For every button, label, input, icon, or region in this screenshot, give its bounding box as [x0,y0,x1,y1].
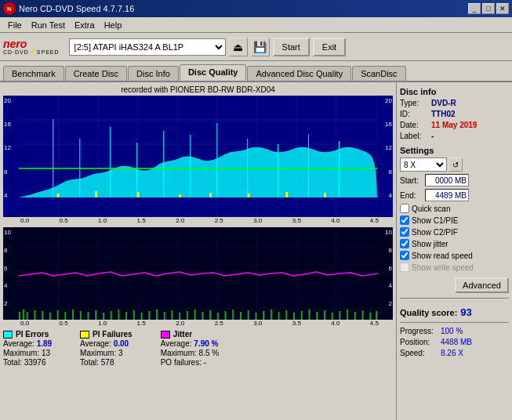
disc-info-title: Disc info [400,87,509,96]
jitter-block: Jitter Average: 7.90 % Maximum: 8.5 % PO… [161,330,219,367]
start-label: Start: [400,176,422,185]
show-write-speed-checkbox[interactable] [400,262,409,272]
show-c1-pie-checkbox[interactable] [400,215,409,225]
show-read-speed-checkbox[interactable] [400,251,409,260]
drive-combo[interactable]: [2:5] ATAPI iHAS324 A BL1P [69,38,226,56]
pi-errors-avg-row: Average: 1.89 [3,339,52,348]
eject-button[interactable]: ⏏ [229,38,248,56]
jitter-header: Jitter [161,330,219,339]
speed-combo[interactable]: 8 X [400,158,447,172]
bottom-chart-wrapper: 10 8 6 4 2 10 8 6 4 2 [3,226,393,327]
menu-bar: File Run Test Extra Help [0,17,512,33]
pi-errors-max-val: 13 [42,349,50,357]
svg-rect-82 [271,310,272,320]
svg-rect-85 [293,313,295,320]
menu-run-test[interactable]: Run Test [27,19,70,31]
pi-failures-avg-val: 0.00 [114,339,129,348]
svg-rect-87 [308,310,310,320]
save-button[interactable]: 💾 [251,38,270,56]
jitter-label: Jitter [173,330,192,339]
show-jitter-checkbox[interactable] [400,239,409,248]
disc-date-row: Date: 11 May 2019 [400,121,509,129]
svg-rect-67 [156,310,158,320]
svg-rect-61 [111,311,112,320]
bottom-chart: 10 8 6 4 2 10 8 6 4 2 [3,227,393,320]
show-read-speed-label: Show read speed [412,252,473,260]
jitter-avg-row: Average: 7.90 % [161,339,219,348]
settings-title: Settings [400,146,509,155]
show-jitter-label: Show jitter [412,240,448,248]
jitter-avg-val: 7.90 % [194,339,218,348]
pi-errors-header: PI Errors [3,330,52,339]
pi-errors-color [3,331,13,339]
pi-failures-header: PI Failures [80,330,133,339]
tab-disc-quality[interactable]: Disc Quality [180,64,247,81]
nero-logo: nero CD·DVD⚡SPEED [3,38,60,55]
svg-rect-60 [103,313,104,320]
quality-score-label: Quality score: [400,308,457,317]
start-input[interactable] [425,174,469,186]
start-button[interactable]: Start [273,38,310,56]
y-bot-6: 6 [4,265,18,272]
y-bot-right-6: 6 [378,265,392,272]
tab-advanced-disc-quality[interactable]: Advanced Disc Quality [247,66,351,81]
disc-type-label: Type: [400,99,430,107]
y-top-4: 4 [4,192,18,199]
y-top-right-8: 8 [378,168,392,176]
menu-extra[interactable]: Extra [70,19,100,31]
stats-row: PI Errors Average: 1.89 Maximum: 13 Tota… [3,330,393,367]
pi-errors-block: PI Errors Average: 1.89 Maximum: 13 Tota… [3,330,52,367]
top-x-axis: 0.0 0.5 1.0 1.5 2.0 2.5 3.0 3.5 4.0 4.5 [3,217,393,224]
pi-errors-total-row: Total: 33976 [3,358,52,367]
exit-button[interactable]: Exit [313,38,346,56]
svg-rect-27 [95,191,97,197]
y-bot-right-2: 2 [378,300,392,307]
jitter-color [161,331,170,339]
disc-id-row: ID: TTH02 [400,110,509,118]
tab-scan-disc[interactable]: ScanDisc [352,66,405,81]
svg-rect-57 [80,311,82,320]
svg-rect-91 [339,311,340,320]
show-write-speed-row: Show write speed [400,262,509,272]
svg-rect-94 [362,310,364,320]
top-chart-wrapper: 20 16 12 8 4 20 16 12 8 4 [3,96,393,224]
refresh-button[interactable]: ↺ [448,158,463,172]
tab-disc-info[interactable]: Disc Info [128,66,179,81]
minimize-button[interactable]: _ [468,3,481,14]
speed-setting-row: 8 X ↺ [400,158,509,172]
show-c1-pie-label: Show C1/PIE [412,216,458,225]
svg-rect-26 [57,194,60,197]
quick-scan-row: Quick scan [400,204,509,213]
menu-help[interactable]: Help [100,19,127,31]
svg-rect-55 [64,312,66,320]
svg-rect-84 [285,310,287,320]
show-c2-pif-checkbox[interactable] [400,227,409,237]
disc-type-row: Type: DVD-R [400,99,509,107]
svg-rect-48 [19,312,20,320]
show-c2-pif-label: Show C2/PIF [412,228,458,237]
menu-file[interactable]: File [3,19,27,31]
tab-create-disc[interactable]: Create Disc [65,66,127,81]
svg-rect-77 [232,310,234,320]
title-bar-buttons: _ □ ✕ [468,3,509,14]
pi-errors-avg-val: 1.89 [37,339,52,348]
maximize-button[interactable]: □ [482,3,495,14]
svg-rect-78 [240,312,241,320]
pi-failures-max-row: Maximum: 3 [80,349,133,357]
svg-rect-71 [187,311,188,320]
svg-rect-73 [202,312,203,320]
position-row: Position: 4488 MB [400,338,509,346]
title-bar: N Nero CD-DVD Speed 4.7.7.16 _ □ ✕ [0,0,512,17]
advanced-button[interactable]: Advanced [455,277,509,293]
quick-scan-checkbox[interactable] [400,204,409,213]
title-bar-text: Nero CD-DVD Speed 4.7.7.16 [19,4,468,13]
top-chart-svg [19,96,377,217]
svg-rect-79 [248,310,249,320]
svg-rect-31 [248,194,250,197]
jitter-total-row: PO failures: - [161,358,219,367]
svg-rect-29 [179,194,181,197]
tab-benchmark[interactable]: Benchmark [3,66,64,81]
close-button[interactable]: ✕ [496,3,509,14]
end-label: End: [400,191,422,200]
end-input[interactable] [425,189,469,201]
